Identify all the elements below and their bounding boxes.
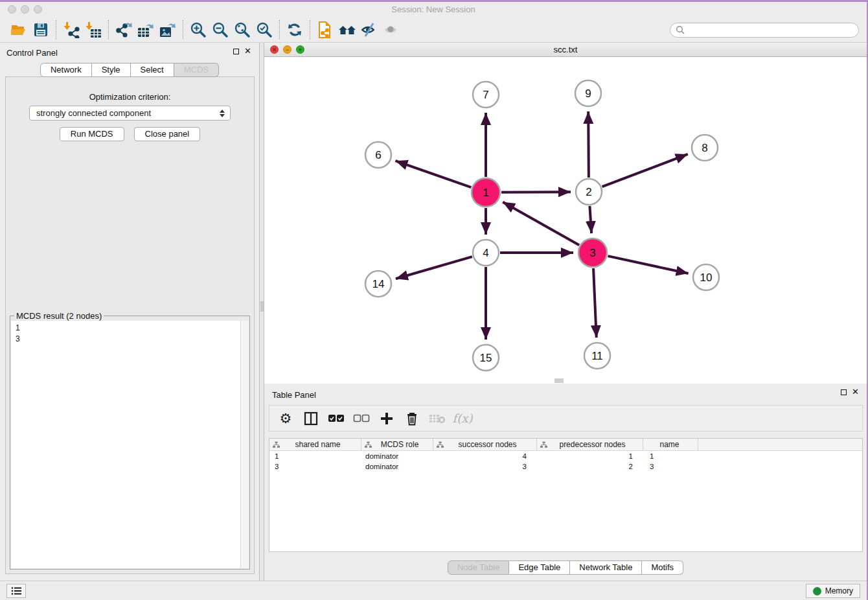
edge-1-2[interactable] bbox=[501, 192, 571, 192]
show-all-networks-button[interactable] bbox=[336, 20, 358, 40]
cell-predecessor-nodes[interactable]: 1 bbox=[537, 451, 643, 461]
tab-network-table[interactable]: Network Table bbox=[570, 560, 642, 575]
graph-node-2[interactable]: 2 bbox=[576, 179, 602, 205]
graph-node-15[interactable]: 15 bbox=[473, 345, 499, 371]
close-panel-icon[interactable]: ✕ bbox=[244, 48, 251, 54]
edge-2-9[interactable] bbox=[588, 111, 589, 178]
graph-node-3[interactable]: 3 bbox=[578, 238, 607, 267]
graph-node-9[interactable]: 9 bbox=[575, 80, 601, 106]
select-all-rows-icon bbox=[328, 414, 345, 423]
tab-edge-table[interactable]: Edge Table bbox=[509, 560, 570, 575]
export-network-icon bbox=[115, 21, 133, 38]
export-table-button[interactable] bbox=[135, 20, 157, 40]
export-network-button[interactable] bbox=[113, 20, 135, 40]
zoom-out-button[interactable] bbox=[209, 20, 231, 40]
zoom-fit-button[interactable] bbox=[231, 20, 253, 40]
edge-3-10[interactable] bbox=[608, 256, 688, 273]
splitter-grip[interactable] bbox=[260, 301, 264, 312]
apply-layout-button[interactable] bbox=[284, 20, 306, 40]
table-options-button[interactable]: ⚙ bbox=[276, 409, 295, 428]
criterion-select[interactable]: strongly connected component bbox=[29, 106, 231, 121]
main-titlebar: Session: New Session bbox=[0, 2, 867, 17]
table-row[interactable]: 3dominator323 bbox=[269, 461, 862, 472]
tab-select[interactable]: Select bbox=[131, 63, 174, 77]
float-table-panel-icon[interactable] bbox=[841, 389, 847, 395]
cell-successor-nodes[interactable]: 3 bbox=[433, 461, 537, 472]
select-all-rows-button[interactable] bbox=[326, 409, 346, 428]
panel-splitter[interactable] bbox=[259, 43, 264, 581]
function-builder-icon: f(x) bbox=[453, 411, 473, 425]
add-column-button[interactable] bbox=[377, 409, 396, 428]
session-title: Session: New Session bbox=[0, 5, 867, 14]
open-session-button[interactable] bbox=[8, 20, 30, 40]
column-header-predecessor-nodes[interactable]: predecessor nodes bbox=[537, 439, 643, 450]
task-history-button[interactable] bbox=[6, 584, 26, 598]
memory-button[interactable]: Memory bbox=[806, 584, 860, 598]
table-row[interactable]: 1dominator411 bbox=[269, 451, 862, 461]
edge-1-6[interactable] bbox=[395, 161, 471, 187]
graph-node-14[interactable]: 14 bbox=[365, 271, 391, 297]
edge-3-1[interactable] bbox=[503, 202, 579, 245]
graph-node-6[interactable]: 6 bbox=[365, 142, 391, 168]
cell-predecessor-nodes[interactable]: 2 bbox=[537, 461, 643, 472]
tab-style[interactable]: Style bbox=[92, 63, 131, 77]
zoom-in-button[interactable] bbox=[187, 20, 209, 40]
edge-3-11[interactable] bbox=[593, 268, 597, 338]
run-mcds-button[interactable]: Run MCDS bbox=[60, 127, 124, 141]
graph-node-11[interactable]: 11 bbox=[584, 343, 610, 369]
function-builder-button[interactable]: f(x) bbox=[453, 409, 472, 428]
cell-name[interactable]: 3 bbox=[643, 461, 698, 472]
export-image-button[interactable] bbox=[157, 20, 179, 40]
import-table-button[interactable] bbox=[82, 20, 104, 40]
cell-MCDS-role[interactable]: dominator bbox=[361, 461, 433, 472]
tab-mcds[interactable]: MCDS bbox=[174, 63, 219, 77]
column-header-successor-nodes[interactable]: successor nodes bbox=[433, 439, 537, 450]
cell-name[interactable]: 1 bbox=[643, 451, 698, 461]
edge-4-14[interactable] bbox=[396, 257, 472, 279]
edge-2-8[interactable] bbox=[602, 154, 688, 187]
network-canvas[interactable]: 7968124314101511 bbox=[264, 57, 867, 384]
column-header-MCDS-role[interactable]: MCDS role bbox=[361, 439, 433, 450]
float-panel-icon[interactable] bbox=[233, 49, 239, 54]
tab-network[interactable]: Network bbox=[40, 63, 92, 77]
edge-2-3[interactable] bbox=[589, 206, 591, 233]
cell-shared-name[interactable]: 3 bbox=[269, 461, 361, 472]
export-image-icon bbox=[159, 21, 177, 38]
column-header-name[interactable]: name bbox=[643, 439, 698, 450]
deselect-all-rows-button[interactable] bbox=[352, 409, 371, 428]
mcds-result-area[interactable]: 1 3 bbox=[11, 321, 249, 568]
show-columns-button[interactable] bbox=[301, 409, 321, 428]
close-table-panel-icon[interactable]: ✕ bbox=[852, 389, 859, 395]
cell-successor-nodes[interactable]: 4 bbox=[433, 451, 537, 461]
show-selected-button[interactable] bbox=[380, 20, 402, 40]
optimization-criterion-label: Optimization criterion: bbox=[6, 92, 254, 102]
close-panel-button[interactable]: Close panel bbox=[134, 127, 201, 141]
tab-motifs[interactable]: Motifs bbox=[642, 560, 683, 575]
zoom-selected-button[interactable] bbox=[253, 20, 275, 40]
graph-node-10[interactable]: 10 bbox=[693, 264, 719, 290]
graph-node-4[interactable]: 4 bbox=[473, 240, 499, 266]
result-scrollbar[interactable] bbox=[240, 321, 249, 568]
search-input[interactable] bbox=[688, 25, 853, 34]
import-network-button[interactable] bbox=[60, 20, 82, 40]
column-type-icon bbox=[273, 441, 280, 448]
clone-network-button[interactable] bbox=[314, 20, 336, 40]
hide-selected-button[interactable] bbox=[358, 20, 380, 40]
graph-node-1[interactable]: 1 bbox=[472, 178, 500, 207]
graph-node-7[interactable]: 7 bbox=[473, 82, 499, 108]
graph-node-8[interactable]: 8 bbox=[692, 135, 718, 161]
tab-node-table[interactable]: Node Table bbox=[448, 560, 510, 575]
cell-shared-name[interactable]: 1 bbox=[269, 451, 361, 461]
apply-layout-icon bbox=[286, 21, 303, 38]
network-titlebar[interactable]: ✕ − + scc.txt bbox=[264, 43, 867, 57]
delete-table-button[interactable] bbox=[428, 409, 447, 428]
delete-column-button[interactable] bbox=[402, 409, 422, 428]
deselect-all-rows-icon bbox=[353, 414, 370, 423]
cell-MCDS-role[interactable]: dominator bbox=[361, 451, 433, 461]
zoom-fit-icon bbox=[234, 21, 251, 38]
horizontal-splitter-grip[interactable] bbox=[554, 378, 564, 383]
table-panel: Table Panel ✕ ⚙ f(x) bbox=[264, 384, 867, 581]
column-header-shared-name[interactable]: shared name bbox=[269, 439, 361, 450]
column-label: MCDS role bbox=[372, 440, 433, 449]
save-session-button[interactable] bbox=[30, 20, 52, 40]
